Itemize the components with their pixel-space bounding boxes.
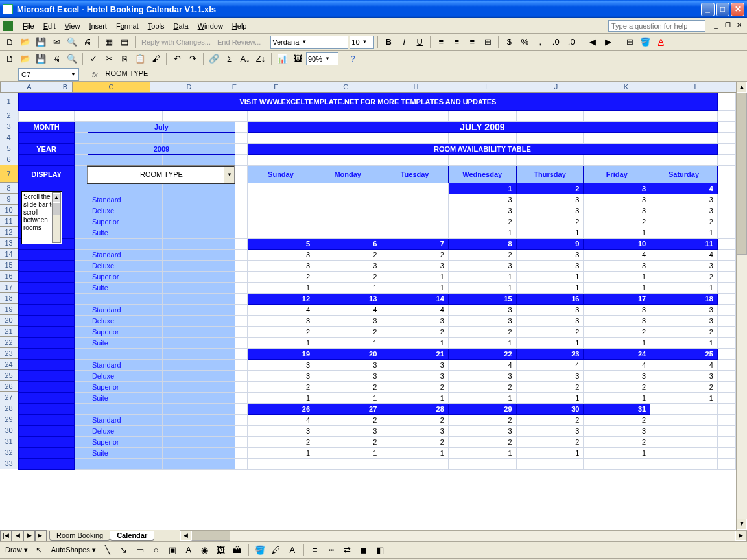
col-header-I[interactable]: I (451, 82, 521, 93)
formula-bar[interactable]: ROOM TYPE (103, 68, 747, 81)
shadow-icon[interactable]: ◼ (357, 543, 371, 557)
row-header-6[interactable]: 6 (0, 154, 18, 165)
menu-tools[interactable]: Tools (143, 20, 169, 32)
diagram-icon[interactable]: ◉ (198, 543, 212, 557)
doc-restore-button[interactable]: ❐ (722, 21, 733, 30)
merge-icon[interactable]: ⊞ (480, 35, 495, 49)
mini-scrollbar[interactable]: ▲ (52, 192, 61, 243)
row-header-17[interactable]: 17 (0, 282, 18, 293)
doc-minimize-button[interactable]: _ (711, 21, 721, 30)
hyperlink-icon[interactable]: 🔗 (207, 52, 221, 66)
help-icon[interactable]: ? (346, 52, 360, 66)
col-header-E[interactable]: E (228, 82, 241, 93)
col-header-L[interactable]: L (661, 82, 731, 93)
rect-icon[interactable]: ▭ (133, 543, 147, 557)
row-header-29[interactable]: 29 (0, 414, 18, 425)
row-header-11[interactable]: 11 (0, 216, 18, 227)
oval-icon[interactable]: ○ (149, 543, 163, 557)
save-icon[interactable]: 💾 (34, 35, 48, 49)
picture-icon[interactable]: 🏔 (230, 543, 244, 557)
percent-icon[interactable]: % (517, 35, 532, 49)
col-header-F[interactable]: F (241, 82, 311, 93)
currency-icon[interactable]: $ (502, 35, 516, 49)
menu-data[interactable]: Data (169, 20, 193, 32)
row-header-14[interactable]: 14 (0, 249, 18, 260)
menu-insert[interactable]: Insert (84, 20, 112, 32)
tab-first-icon[interactable]: |◀ (0, 530, 12, 541)
row-header-21[interactable]: 21 (0, 326, 18, 337)
row-header-9[interactable]: 9 (0, 194, 18, 205)
fill-icon[interactable]: 🪣 (253, 543, 267, 557)
row-header-18[interactable]: 18 (0, 293, 18, 304)
open-icon[interactable]: 📂 (18, 35, 32, 49)
autosum-icon[interactable]: Σ (222, 52, 237, 66)
format-painter-icon[interactable]: 🖌 (148, 52, 163, 66)
print2-icon[interactable]: 🖨 (49, 52, 64, 66)
copy-icon[interactable]: ⎘ (117, 52, 132, 66)
tab-last-icon[interactable]: ▶| (35, 530, 47, 541)
menu-format[interactable]: Format (112, 20, 143, 32)
font-color2-icon[interactable]: A (285, 543, 300, 557)
select-arrow-icon[interactable]: ↖ (32, 543, 47, 557)
vertical-scrollbar[interactable]: ▲ ▼ (736, 82, 747, 530)
open2-icon[interactable]: 📂 (18, 52, 32, 66)
arrow-icon[interactable]: ↘ (117, 543, 131, 557)
horizontal-scrollbar[interactable]: ◀▶ (180, 530, 747, 541)
row-header-26[interactable]: 26 (0, 381, 18, 392)
sort-desc-icon[interactable]: Z↓ (254, 52, 268, 66)
sheet-tab-calendar[interactable]: Calendar (110, 531, 154, 541)
row-header-4[interactable]: 4 (0, 132, 18, 143)
undo-icon[interactable]: ↶ (170, 52, 184, 66)
spell-icon[interactable]: ✓ (86, 52, 101, 66)
row-header-31[interactable]: 31 (0, 436, 18, 447)
row-header-28[interactable]: 28 (0, 403, 18, 414)
menu-edit[interactable]: Edit (39, 20, 60, 32)
row-header-7[interactable]: 7 (0, 165, 18, 183)
row-header-16[interactable]: 16 (0, 271, 18, 282)
fill-color-icon[interactable]: 🪣 (638, 35, 652, 49)
row-header-25[interactable]: 25 (0, 370, 18, 381)
underline-icon[interactable]: U (412, 35, 427, 49)
help-search-input[interactable] (608, 20, 706, 32)
row-header-8[interactable]: 8 (0, 183, 18, 194)
sort-asc-icon[interactable]: A↓ (238, 52, 252, 66)
clipart-icon[interactable]: 🖼 (214, 543, 228, 557)
minimize-button[interactable]: _ (701, 3, 715, 16)
font-select[interactable]: Verdana▼ (270, 36, 348, 49)
row-header-12[interactable]: 12 (0, 227, 18, 238)
row-header-22[interactable]: 22 (0, 337, 18, 348)
menu-help[interactable]: Help (228, 20, 252, 32)
menu-view[interactable]: View (60, 20, 85, 32)
drawing-icon[interactable]: 🖼 (290, 52, 305, 66)
align-left-icon[interactable]: ≡ (434, 35, 448, 49)
line-icon[interactable]: ╲ (101, 543, 115, 557)
textbox-icon[interactable]: ▣ (165, 543, 180, 557)
row-header-10[interactable]: 10 (0, 205, 18, 216)
dec-decimal-icon[interactable]: .0 (564, 35, 578, 49)
print-icon[interactable]: 🖨 (80, 35, 95, 49)
paste-icon[interactable]: 📋 (133, 52, 147, 66)
mail-icon[interactable]: ✉ (49, 35, 64, 49)
pivot-icon[interactable]: ▦ (102, 35, 116, 49)
col-header-J[interactable]: J (521, 82, 591, 93)
autoshapes-menu[interactable]: AutoShapes ▾ (49, 546, 99, 554)
maximize-button[interactable]: □ (716, 3, 729, 16)
redo-icon[interactable]: ↷ (185, 52, 200, 66)
menu-window[interactable]: Window (193, 20, 228, 32)
col-header-D[interactable]: D (150, 82, 228, 93)
row-header-23[interactable]: 23 (0, 348, 18, 359)
row-header-1[interactable]: 1 (0, 93, 18, 110)
wordart-icon[interactable]: A (182, 543, 196, 557)
arrow-style-icon[interactable]: ⇄ (340, 543, 355, 557)
row-header-3[interactable]: 3 (0, 121, 18, 132)
row-header-32[interactable]: 32 (0, 447, 18, 458)
row-header-30[interactable]: 30 (0, 425, 18, 436)
align-right-icon[interactable]: ≡ (465, 35, 479, 49)
col-header-H[interactable]: H (381, 82, 451, 93)
draw-menu[interactable]: Draw ▾ (3, 546, 30, 554)
row-header-15[interactable]: 15 (0, 260, 18, 271)
row-header-20[interactable]: 20 (0, 315, 18, 326)
col-header-B[interactable]: B (58, 82, 73, 93)
doc-close-button[interactable]: ✕ (734, 21, 744, 30)
name-box[interactable]: C7▼ (18, 68, 79, 81)
